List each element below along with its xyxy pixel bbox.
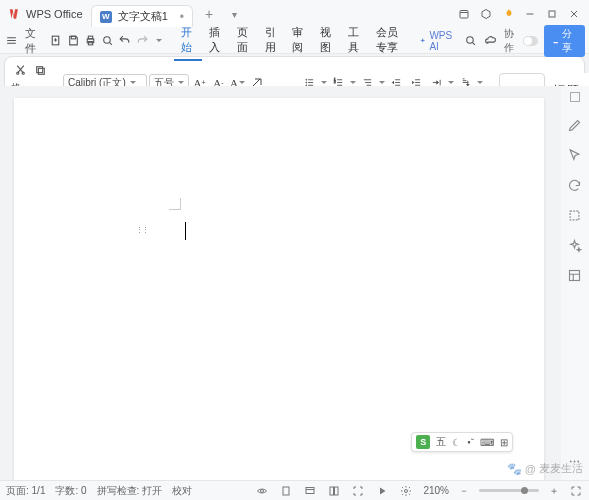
copy-icon[interactable] — [31, 61, 49, 79]
svg-rect-12 — [36, 66, 42, 72]
cloud-icon[interactable] — [483, 31, 498, 51]
web-layout-icon[interactable] — [303, 484, 317, 498]
tab-insert[interactable]: 插入 — [202, 21, 230, 61]
svg-rect-3 — [71, 36, 75, 39]
ime-mode: 五 — [436, 435, 446, 449]
svg-rect-20 — [570, 271, 580, 281]
print-icon[interactable] — [83, 31, 98, 51]
settings-icon[interactable] — [399, 484, 413, 498]
grid-icon[interactable]: ⊞ — [500, 437, 508, 448]
ribbon-tabs: 开始 插入 页面 引用 审阅 视图 工具 会员专享 — [174, 21, 411, 61]
svg-rect-26 — [306, 487, 314, 493]
paw-icon: 🐾 — [507, 462, 522, 476]
doc-icon: W — [100, 11, 112, 23]
collab-toggle[interactable]: 协作 — [500, 27, 542, 55]
svg-rect-28 — [335, 487, 339, 495]
sogou-logo-icon: S — [416, 435, 430, 449]
svg-point-14 — [305, 82, 306, 83]
status-bar: 页面: 1/1 字数: 0 拼写检查: 打开 校对 210% － ＋ — [0, 480, 589, 500]
print-layout-icon[interactable] — [279, 484, 293, 498]
refresh-icon[interactable] — [567, 178, 583, 194]
tab-ref[interactable]: 引用 — [258, 21, 286, 61]
calendar-icon[interactable] — [453, 3, 475, 25]
outline-view-icon[interactable] — [327, 484, 341, 498]
punct-icon[interactable]: •ˇ — [467, 437, 474, 448]
zoom-slider[interactable] — [479, 489, 539, 492]
keyboard-icon[interactable]: ⌨ — [480, 437, 494, 448]
search-icon[interactable] — [463, 31, 478, 51]
redo-icon[interactable] — [135, 31, 150, 51]
file-menu[interactable]: 文件 — [21, 26, 46, 56]
cut-icon[interactable] — [11, 61, 29, 79]
tab-start[interactable]: 开始 — [174, 21, 202, 61]
right-sidebar — [561, 86, 589, 480]
layout-icon[interactable] — [567, 268, 583, 284]
svg-rect-11 — [38, 68, 44, 74]
document-area: S 五 ☾ •ˇ ⌨ ⊞ — [0, 86, 561, 480]
new-doc-icon[interactable] — [48, 31, 63, 51]
menu-bar: 文件 开始 插入 页面 引用 审阅 视图 工具 会员专享 WPS AI 协作 分… — [0, 28, 589, 54]
drag-handle-icon[interactable] — [136, 226, 152, 242]
cursor-icon[interactable] — [567, 148, 583, 164]
hex-icon[interactable] — [475, 3, 497, 25]
svg-point-29 — [405, 489, 408, 492]
tab-member[interactable]: 会员专享 — [369, 21, 411, 61]
page[interactable] — [14, 98, 544, 480]
tab-title: 文字文稿1 — [118, 9, 168, 24]
watermark: 🐾@麦麦生活 — [507, 461, 583, 476]
moon-icon[interactable]: ☾ — [452, 437, 461, 448]
hamburger-icon[interactable] — [4, 31, 19, 51]
selection-icon[interactable] — [567, 208, 583, 224]
minimize-button[interactable] — [519, 3, 541, 25]
sparkle-icon[interactable] — [567, 238, 583, 254]
share-button[interactable]: 分享 — [544, 25, 585, 57]
wps-logo-icon — [8, 7, 22, 21]
svg-point-7 — [104, 37, 111, 44]
maximize-button[interactable] — [541, 3, 563, 25]
tab-list-button[interactable]: ▾ — [225, 9, 245, 20]
zoom-out-button[interactable]: － — [459, 484, 469, 498]
zoom-in-button[interactable]: ＋ — [549, 484, 559, 498]
tab-tools[interactable]: 工具 — [341, 21, 369, 61]
play-icon[interactable] — [375, 484, 389, 498]
svg-rect-1 — [549, 11, 555, 17]
svg-text:2: 2 — [333, 80, 335, 84]
zoom-value[interactable]: 210% — [423, 485, 449, 496]
svg-point-8 — [467, 37, 474, 44]
tab-view[interactable]: 视图 — [313, 21, 341, 61]
svg-rect-0 — [460, 11, 468, 19]
svg-point-9 — [16, 72, 18, 74]
tab-page[interactable]: 页面 — [230, 21, 258, 61]
reading-layout-icon[interactable] — [255, 484, 269, 498]
tab-review[interactable]: 审阅 — [285, 21, 313, 61]
svg-point-13 — [305, 79, 306, 80]
toggle-icon — [523, 36, 538, 46]
svg-rect-5 — [88, 36, 92, 39]
fit-icon[interactable] — [569, 484, 583, 498]
close-button[interactable] — [563, 3, 585, 25]
save-icon[interactable] — [65, 31, 80, 51]
svg-point-10 — [22, 72, 24, 74]
page-indicator[interactable]: 页面: 1/1 — [6, 484, 45, 498]
ime-toolbar[interactable]: S 五 ☾ •ˇ ⌨ ⊞ — [411, 432, 513, 452]
proof-status[interactable]: 校对 — [172, 484, 192, 498]
pencil-icon[interactable] — [567, 118, 583, 134]
focus-icon[interactable] — [351, 484, 365, 498]
wps-ai-button[interactable]: WPS AI — [413, 30, 461, 52]
margin-marker-icon — [169, 198, 181, 210]
preview-icon[interactable] — [100, 31, 115, 51]
qat-dropdown[interactable] — [156, 39, 162, 42]
undo-icon[interactable] — [117, 31, 132, 51]
app-name: WPS Office — [26, 8, 83, 20]
word-count[interactable]: 字数: 0 — [55, 484, 86, 498]
spellcheck-status[interactable]: 拼写检查: 打开 — [97, 484, 163, 498]
text-cursor — [185, 222, 186, 240]
svg-rect-27 — [330, 487, 334, 495]
flame-icon[interactable] — [497, 3, 519, 25]
svg-rect-19 — [570, 211, 579, 220]
nav-box-icon[interactable] — [570, 92, 580, 102]
svg-point-24 — [261, 489, 264, 492]
svg-rect-25 — [283, 487, 289, 495]
